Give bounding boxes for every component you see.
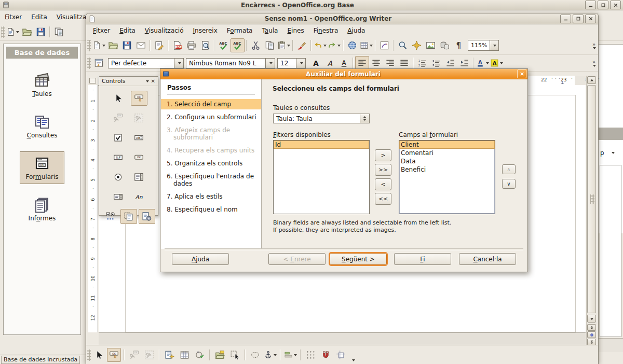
zoom-dropdown-button[interactable] [490,40,498,50]
new-document-button[interactable] [92,38,106,52]
position-size-button[interactable] [248,348,262,362]
font-size-combo[interactable]: 12 [277,58,306,68]
push-button-control-button[interactable]: OK [131,91,147,106]
combo-dropdown-button[interactable] [296,59,305,68]
increase-indent-button[interactable] [457,56,471,70]
minimize-button[interactable] [585,1,596,9]
move-left-button[interactable]: < [375,178,391,190]
styles-window-button[interactable] [92,56,106,70]
wizard-step[interactable]: 7. Aplica els estils [161,191,261,202]
gallery-button[interactable] [424,38,438,52]
selection-mode-button[interactable] [228,348,242,362]
combo-dropdown-button[interactable] [174,59,183,68]
toolbar-overflow-button[interactable]: » [592,41,596,49]
option-button-button[interactable] [110,170,127,185]
available-fields-list[interactable]: Id [273,140,370,214]
align-left-button[interactable] [355,56,369,70]
tables-combo[interactable]: Taula: Taula [273,114,370,123]
form-design-icon-button[interactable] [120,209,137,224]
grid-visible-button[interactable] [304,348,318,362]
menu-item-taula[interactable]: Taula [257,25,282,36]
sidebar-item-taules[interactable]: Taules [26,68,57,101]
insert-table-button[interactable] [359,38,373,52]
hyperlink-button[interactable] [345,38,359,52]
email-button[interactable] [134,38,148,52]
formatted-field-button[interactable]: %F [110,150,127,165]
vertical-scrollbar[interactable] [586,76,596,345]
align-right-button[interactable] [383,56,397,70]
close-icon[interactable]: ✕ [151,78,155,84]
toolbar-grip[interactable] [87,349,91,361]
close-button[interactable] [610,1,621,9]
snap-to-grid-button[interactable] [319,348,333,362]
bulleted-list-button[interactable] [429,56,443,70]
scroll-down-button[interactable] [587,315,596,323]
list-item[interactable]: Client [399,141,495,149]
previous-page-button[interactable] [587,324,596,331]
move-all-right-button[interactable]: >> [375,164,391,176]
save-button[interactable] [34,25,48,39]
format-paintbrush-button[interactable] [295,38,309,52]
sidebar-item-consultes[interactable]: Consultes [21,110,63,143]
underline-button[interactable]: A [337,56,351,70]
menu-item-finestra[interactable]: Finestra [309,25,343,36]
list-item[interactable]: Id [274,141,369,149]
save-button[interactable] [120,38,134,52]
list-item[interactable]: Comentari [399,149,495,157]
draw-functions-button[interactable] [377,38,391,52]
wizard-toggle-button[interactable] [139,209,155,224]
maximize-button[interactable] [573,15,584,23]
dropdown-arrow-icon[interactable] [294,354,297,356]
sidebar-item-informes[interactable]: Informes [23,193,62,226]
next-button[interactable]: Següent > [330,253,387,265]
find-replace-button[interactable] [396,38,410,52]
print-button[interactable] [184,38,198,52]
dropdown-arrow-icon[interactable] [370,45,373,47]
wizard-step[interactable]: 8. Especifiqueu el nom [161,204,261,215]
push-button-control-button[interactable]: OK [107,348,121,362]
list-item[interactable]: Data [399,157,495,165]
ruler-corner[interactable] [88,76,97,85]
controls-toolbar-titlebar[interactable]: Controls ✕ [99,77,158,86]
dropdown-arrow-icon[interactable] [323,45,327,47]
alignment-button[interactable] [283,348,297,362]
bold-button[interactable]: A [309,56,323,70]
cancel-button[interactable]: Cancel·la [459,253,516,265]
dropdown-arrow-icon[interactable] [486,62,489,64]
menu-item-formata[interactable]: Formata [222,25,258,36]
zoom-combo[interactable]: 115% [468,40,499,51]
scrollbar-thumb[interactable] [587,85,596,313]
toolbar-overflow-button[interactable]: » [592,59,596,67]
check-box-control-button[interactable] [110,130,127,145]
align-justified-button[interactable] [397,56,411,70]
wizard-step[interactable]: 6. Especifiqueu l'entrada de dades [161,171,261,189]
move-down-button[interactable]: ∨ [502,179,516,189]
dropdown-arrow-icon[interactable] [16,31,19,33]
maximize-button[interactable] [598,1,608,9]
more-controls-button[interactable] [102,209,119,224]
copy-button[interactable] [263,38,277,52]
menu-item-eines[interactable]: Eines [282,25,308,36]
dropdown-arrow-icon[interactable] [274,354,277,356]
menu-item-fitxer[interactable]: Fitxer [88,25,115,36]
select-arrow-button[interactable] [92,348,106,362]
minimize-button[interactable] [560,15,571,23]
menu-item-ajuda[interactable]: Ajuda [343,25,370,36]
navigation-button[interactable] [587,331,596,338]
open-folder-button[interactable] [106,38,120,52]
wizard-step[interactable]: 5. Organitza els controls [161,158,261,169]
numbered-list-button[interactable]: 12 [415,56,429,70]
highlighting-button[interactable]: A [490,56,504,70]
cut-button[interactable] [249,38,263,52]
move-right-button[interactable]: > [375,149,391,161]
spellcheck-button[interactable]: ABC [216,38,231,52]
activation-order-button[interactable] [193,348,207,362]
nonprinting-characters-button[interactable]: ¶ [452,38,466,52]
copy-button[interactable] [52,25,66,39]
navigator-button[interactable] [410,38,424,52]
data-sources-button[interactable] [438,38,452,52]
tab-stop-marker[interactable]: ⊥ [561,80,564,85]
open-folder-button[interactable] [20,25,34,39]
help-button[interactable]: Ajuda [172,253,229,265]
anchor-button[interactable] [263,348,277,362]
